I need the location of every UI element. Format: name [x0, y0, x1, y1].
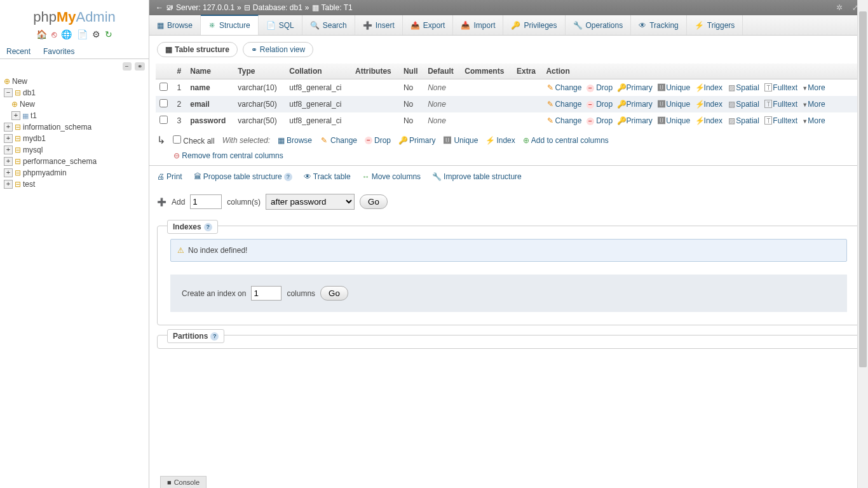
tree-db1[interactable]: −⊟db1 — [4, 87, 145, 98]
home-icon[interactable]: 🏠 — [36, 29, 47, 39]
index-go-button[interactable]: Go — [320, 286, 348, 301]
tree-db1-new[interactable]: ⊕New — [4, 98, 145, 110]
action-drop[interactable]: − Drop — [587, 116, 613, 125]
col-collation: Collation — [285, 64, 351, 79]
help-icon[interactable]: ? — [284, 173, 292, 181]
subtab-relation-view[interactable]: ⚭Relation view — [243, 42, 313, 57]
action-primary[interactable]: 🔑Primary — [617, 83, 652, 92]
tree-t1[interactable]: +▦t1 — [4, 110, 145, 121]
ws-remcc[interactable]: ⊖ Remove from central columns — [173, 151, 283, 160]
tree-performance-schema[interactable]: +⊟performance_schema — [4, 156, 145, 167]
action-change[interactable]: ✎Change — [546, 100, 581, 109]
action-fulltext[interactable]: 🅃Fulltext — [764, 116, 797, 125]
improve-link[interactable]: 🔧Improve table structure — [432, 172, 522, 181]
index-count-input[interactable] — [251, 286, 281, 301]
tab-export[interactable]: 📤Export — [403, 15, 454, 35]
index-cols-label: columns — [287, 289, 315, 298]
help-icon[interactable]: ? — [204, 223, 212, 231]
gear-icon[interactable]: ⚙ — [92, 29, 100, 39]
globe-icon[interactable]: 🌐 — [61, 29, 72, 39]
action-index[interactable]: ⚡Index — [695, 116, 722, 125]
action-index[interactable]: ⚡Index — [695, 83, 722, 92]
tab-import[interactable]: 📥Import — [453, 15, 503, 35]
row-checkbox[interactable] — [159, 83, 168, 91]
move-link[interactable]: ↔Move columns — [362, 172, 421, 181]
tab-privileges[interactable]: 🔑Privileges — [503, 15, 565, 35]
checkall[interactable]: Check all — [173, 135, 215, 146]
action-fulltext[interactable]: 🅃Fulltext — [764, 100, 797, 109]
recent-tab[interactable]: Recent — [0, 44, 37, 58]
cell-comments — [461, 112, 513, 129]
favorites-tab[interactable]: Favorites — [37, 44, 81, 58]
console-tab[interactable]: ■Console — [160, 476, 207, 488]
ws-addcc[interactable]: ⊕Add to central columns — [523, 136, 609, 145]
subtab-table-structure[interactable]: ▦Table structure — [157, 42, 238, 57]
doc-icon[interactable]: 📄 — [77, 29, 88, 39]
tab-search[interactable]: 🔍Search — [302, 15, 355, 35]
pencil-icon: ✎ — [546, 83, 555, 92]
exit-icon[interactable]: ⎋ — [51, 29, 57, 39]
checkall-checkbox[interactable] — [173, 135, 181, 144]
action-spatial[interactable]: ▨Spatial — [727, 83, 759, 92]
partitions-panel: Partitions ? — [157, 335, 860, 349]
action-unique[interactable]: 🆄Unique — [657, 100, 690, 109]
tree-mydb1[interactable]: +⊟mydb1 — [4, 133, 145, 144]
link2-icon[interactable]: ⚭ — [135, 62, 145, 71]
scrollbar[interactable] — [857, 0, 868, 488]
tab-tracking[interactable]: 👁Tracking — [631, 15, 687, 35]
tab-browse[interactable]: ▦Browse — [149, 15, 201, 35]
tree-new[interactable]: ⊕New — [4, 76, 145, 87]
action-drop[interactable]: − Drop — [587, 83, 613, 92]
row-checkbox[interactable] — [159, 99, 168, 107]
breadcrumb-db[interactable]: Database: db1 — [253, 3, 302, 12]
ws-change[interactable]: ✎Change — [320, 136, 357, 145]
tree-information-schema[interactable]: +⊟information_schema — [4, 121, 145, 133]
help-icon[interactable]: ? — [210, 332, 219, 341]
track-link[interactable]: 👁Track table — [304, 172, 351, 181]
action-index[interactable]: ⚡Index — [695, 100, 722, 109]
settings-icon[interactable]: ✲ — [836, 3, 843, 12]
ws-primary[interactable]: 🔑Primary — [398, 136, 435, 145]
action-unique[interactable]: 🆄Unique — [657, 116, 690, 125]
add-count-input[interactable] — [190, 194, 222, 209]
reload-icon[interactable]: ↻ — [105, 29, 112, 39]
tree-mysql[interactable]: +⊟mysql — [4, 144, 145, 156]
ws-browse[interactable]: ▦Browse — [278, 136, 312, 145]
action-unique[interactable]: 🆄Unique — [657, 83, 690, 92]
action-change[interactable]: ✎Change — [546, 116, 581, 125]
breadcrumb-table[interactable]: Table: T1 — [322, 3, 353, 12]
action-spatial[interactable]: ▨Spatial — [727, 116, 759, 125]
cell-collation: utf8_general_ci — [285, 79, 351, 97]
ws-index[interactable]: ⚡Index — [485, 136, 515, 145]
tab-structure[interactable]: ⛯Structure — [201, 15, 259, 35]
add-go-button[interactable]: Go — [360, 194, 388, 209]
tab-operations[interactable]: 🔧Operations — [566, 15, 632, 35]
collapse-icon[interactable]: − — [123, 62, 132, 71]
cell-attr — [351, 96, 400, 112]
tab-insert[interactable]: ➕Insert — [355, 15, 403, 35]
logo[interactable]: phpMyAdmin — [0, 9, 149, 25]
leftarrow-icon[interactable]: ← — [156, 3, 163, 12]
table-row: 2 email varchar(50) utf8_general_ci No N… — [156, 96, 862, 112]
print-link[interactable]: 🖨Print — [157, 172, 182, 181]
action-spatial[interactable]: ▨Spatial — [727, 100, 759, 109]
action-drop[interactable]: − Drop — [587, 100, 613, 109]
action-fulltext[interactable]: 🅃Fulltext — [764, 83, 797, 92]
tree-test[interactable]: +⊟test — [4, 179, 145, 190]
tab-triggers[interactable]: ⚡Triggers — [687, 15, 743, 35]
action-change[interactable]: ✎Change — [546, 83, 581, 92]
action-more[interactable]: ▼More — [802, 83, 825, 92]
add-position-select[interactable]: after password — [266, 194, 355, 210]
tab-sql[interactable]: 📄SQL — [259, 15, 302, 35]
row-checkbox[interactable] — [159, 116, 168, 124]
tree-phpmyadmin[interactable]: +⊟phpmyadmin — [4, 167, 145, 179]
action-more[interactable]: ▼More — [802, 116, 825, 125]
action-primary[interactable]: 🔑Primary — [617, 100, 652, 109]
action-primary[interactable]: 🔑Primary — [617, 116, 652, 125]
key-icon: 🔑 — [398, 136, 407, 145]
breadcrumb-server[interactable]: Server: 127.0.0.1 — [176, 3, 234, 12]
ws-drop[interactable]: −Drop — [365, 136, 391, 145]
ws-unique[interactable]: 🆄Unique — [443, 136, 478, 145]
propose-link[interactable]: 🏛Propose table structure ? — [194, 172, 292, 181]
action-more[interactable]: ▼More — [802, 100, 825, 109]
